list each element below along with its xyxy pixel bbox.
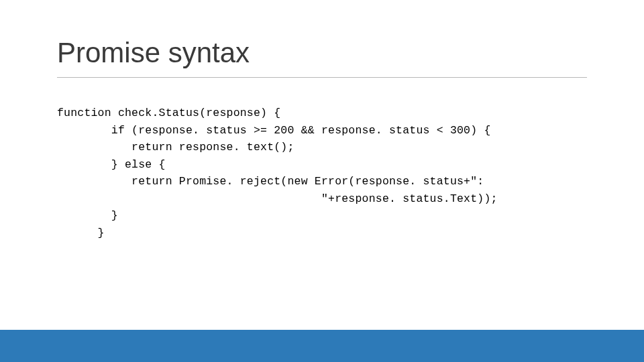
title-underline — [57, 77, 587, 78]
slide-container: Promise syntax function check.Status(res… — [0, 0, 644, 362]
slide-title: Promise syntax — [57, 37, 587, 69]
code-block: function check.Status(response) { if (re… — [57, 105, 587, 242]
bottom-accent-bar — [0, 330, 644, 362]
